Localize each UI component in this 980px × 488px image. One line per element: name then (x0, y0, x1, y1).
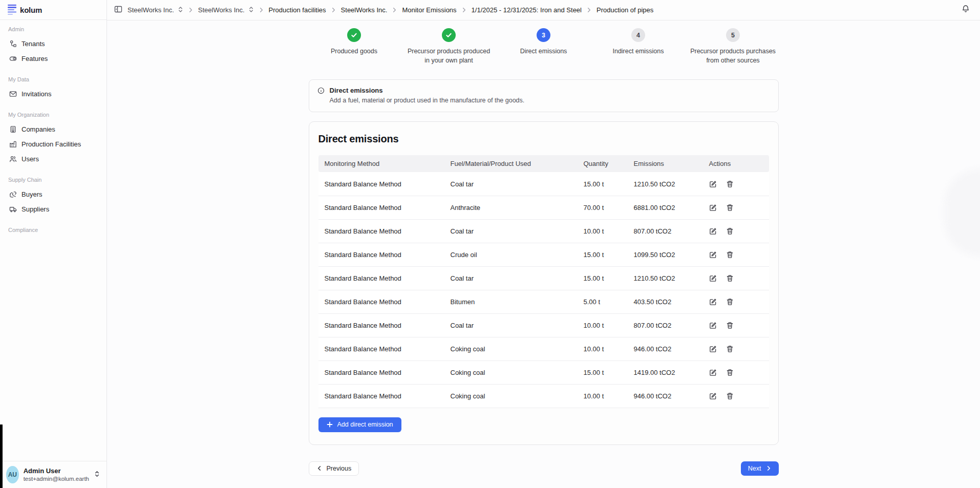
cell-method: Standard Balance Method (318, 313, 444, 337)
breadcrumb-monitor-emissions[interactable]: Monitor Emissions (402, 6, 456, 14)
delete-button[interactable] (726, 392, 734, 400)
notifications-bell-icon[interactable] (962, 5, 970, 15)
sidebar-item-features[interactable]: Features (6, 51, 100, 66)
edit-button[interactable] (709, 392, 717, 400)
delete-button[interactable] (726, 345, 734, 353)
breadcrumb-reporting-period[interactable]: 1/1/2025 - 12/31/2025: Iron and Steel (472, 6, 582, 14)
cell-quantity: 15.00 t (578, 266, 628, 290)
next-button[interactable]: Next (741, 461, 779, 476)
section-label-supply-chain: Supply Chain (8, 177, 100, 183)
cell-fuel: Bitumen (444, 290, 578, 313)
user-name: Admin User (24, 467, 89, 475)
sidebar-toggle-icon[interactable] (114, 5, 122, 15)
delete-button[interactable] (726, 274, 734, 282)
sidebar-item-users[interactable]: Users (6, 152, 100, 166)
edit-button[interactable] (709, 251, 717, 259)
section-label-my-organization: My Organization (8, 112, 100, 118)
chevron-right-icon (766, 465, 772, 471)
sidebar-item-companies[interactable]: Companies (6, 122, 100, 137)
cell-method: Standard Balance Method (318, 360, 444, 384)
edit-button[interactable] (709, 345, 717, 353)
chevron-right-icon (331, 6, 336, 15)
edit-button[interactable] (709, 274, 717, 282)
breadcrumb-production-facilities[interactable]: Production facilities (269, 6, 326, 14)
cell-method: Standard Balance Method (318, 172, 444, 196)
cell-quantity: 15.00 t (578, 172, 628, 196)
edit-button[interactable] (709, 369, 717, 376)
cell-quantity: 15.00 t (578, 360, 628, 384)
section-label-compliance: Compliance (8, 227, 100, 233)
delete-button[interactable] (726, 180, 734, 188)
factory-icon (9, 140, 17, 148)
mail-icon (9, 90, 17, 98)
cell-method: Standard Balance Method (318, 196, 444, 219)
chevron-right-icon (188, 6, 194, 15)
user-menu[interactable]: AU Admin User test+admin@kolum.earth (0, 461, 106, 488)
column-header-monitoring-method: Monitoring Method (318, 155, 444, 172)
table-row: Standard Balance Method Coal tar 10.00 t… (318, 219, 769, 243)
cell-fuel: Coking coal (444, 337, 578, 360)
edit-icon (709, 345, 717, 353)
table-row: Standard Balance Method Coal tar 15.00 t… (318, 266, 769, 290)
edit-button[interactable] (709, 298, 717, 306)
cell-method: Standard Balance Method (318, 243, 444, 266)
sidebar-nav: Admin Tenants Features My Data Invitatio… (0, 20, 106, 461)
sidebar-item-tenants[interactable]: Tenants (6, 36, 100, 51)
cell-fuel: Crude oil (444, 243, 578, 266)
edit-icon (709, 392, 717, 400)
chevron-left-icon (316, 465, 322, 471)
edit-button[interactable] (709, 204, 717, 211)
edit-button[interactable] (709, 227, 717, 235)
cell-method: Standard Balance Method (318, 266, 444, 290)
sidebar-item-invitations[interactable]: Invitations (6, 87, 100, 101)
emissions-table: Monitoring Method Fuel/Material/Product … (318, 155, 769, 408)
delete-button[interactable] (726, 227, 734, 235)
trash-icon (726, 298, 734, 306)
cell-quantity: 10.00 t (578, 337, 628, 360)
step-indirect-emissions[interactable]: 4 Indirect emissions (591, 28, 686, 65)
delete-button[interactable] (726, 322, 734, 329)
chevron-updown-icon (94, 470, 100, 479)
step-circle: 5 (726, 28, 740, 42)
cell-fuel: Coal tar (444, 172, 578, 196)
step-direct-emissions[interactable]: 3 Direct emissions (496, 28, 591, 65)
sidebar-item-suppliers[interactable]: Suppliers (6, 202, 100, 217)
table-row: Standard Balance Method Coking coal 10.0… (318, 337, 769, 360)
sidebar-item-label: Invitations (22, 90, 52, 98)
info-icon (317, 87, 325, 104)
chevron-right-icon (586, 6, 592, 15)
cell-quantity: 10.00 t (578, 313, 628, 337)
sidebar-item-label: Companies (22, 125, 55, 133)
chevron-updown-icon (178, 6, 183, 14)
app-window: kolum Admin Tenants Features My Data Inv… (0, 0, 980, 488)
breadcrumb-production-of-pipes[interactable]: Production of pipes (596, 6, 653, 14)
cell-emissions: 403.50 tCO2 (628, 290, 703, 313)
edit-button[interactable] (709, 180, 717, 188)
trash-icon (726, 180, 734, 188)
step-precursor-purchases[interactable]: 5 Precursor products purchases from othe… (686, 28, 780, 65)
cell-fuel: Coal tar (444, 313, 578, 337)
step-precursor-own-plant[interactable]: Precursor products produced in your own … (401, 28, 496, 65)
tenants-icon (9, 40, 17, 48)
breadcrumb-tenant-switcher[interactable]: SteelWorks Inc. (127, 6, 183, 14)
edit-icon (709, 227, 717, 235)
sidebar-item-production-facilities[interactable]: Production Facilities (6, 137, 100, 152)
delete-button[interactable] (726, 369, 734, 376)
card-title: Direct emissions (318, 133, 769, 145)
sidebar-logo[interactable]: kolum (0, 0, 106, 20)
wizard-stepper: Produced goods Precursor products produc… (107, 20, 980, 65)
delete-button[interactable] (726, 204, 734, 211)
sidebar-item-label: Features (22, 55, 48, 62)
sidebar-item-buyers[interactable]: Buyers (6, 187, 100, 202)
previous-button[interactable]: Previous (309, 461, 359, 476)
breadcrumb-company-switcher[interactable]: SteelWorks Inc. (198, 6, 254, 14)
edit-button[interactable] (709, 322, 717, 329)
add-direct-emission-button[interactable]: Add direct emission (318, 417, 401, 432)
cell-method: Standard Balance Method (318, 290, 444, 313)
cell-fuel: Coal tar (444, 266, 578, 290)
step-complete-circle (442, 28, 456, 42)
delete-button[interactable] (726, 298, 734, 306)
breadcrumb-facility[interactable]: SteelWorks Inc. (341, 6, 388, 14)
delete-button[interactable] (726, 251, 734, 259)
step-produced-goods[interactable]: Produced goods (307, 28, 401, 65)
